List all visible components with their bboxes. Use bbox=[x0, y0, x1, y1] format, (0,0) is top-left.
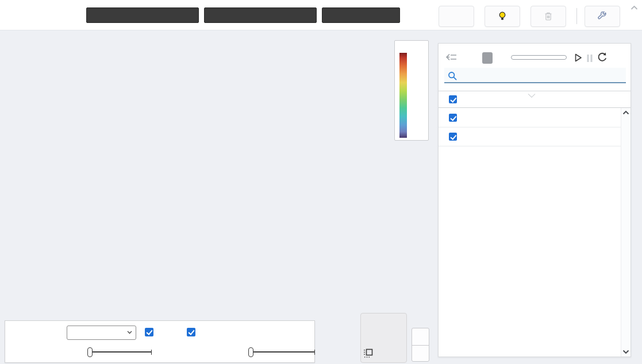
page-scroll-up-icon[interactable] bbox=[631, 2, 638, 13]
dbm-legend bbox=[394, 40, 429, 141]
row-checkbox[interactable] bbox=[449, 133, 457, 141]
legend-colorbar bbox=[399, 53, 407, 138]
power-limit-slider-handle[interactable] bbox=[87, 347, 93, 357]
fit-selection-button[interactable] bbox=[363, 348, 374, 360]
top-toolbar bbox=[0, 0, 642, 30]
pause-button[interactable] bbox=[587, 54, 593, 64]
apply-button[interactable] bbox=[585, 6, 620, 27]
table-row[interactable] bbox=[439, 127, 621, 146]
select-all-checkbox[interactable] bbox=[449, 95, 457, 103]
table-row[interactable] bbox=[439, 109, 621, 127]
floor-map-panel bbox=[438, 43, 631, 357]
power-limit-slider[interactable] bbox=[90, 347, 152, 357]
app-root: { "app": { "title": "Wireless Concierge"… bbox=[0, 0, 642, 364]
drawing-mode-select[interactable] bbox=[67, 326, 136, 340]
zoom-out-button[interactable] bbox=[412, 345, 429, 362]
clear-button[interactable] bbox=[530, 6, 566, 27]
toolbar-divider bbox=[576, 8, 577, 24]
header-notch bbox=[526, 90, 537, 100]
floor-maps-dropdown[interactable] bbox=[204, 7, 317, 23]
floors-count-badge bbox=[482, 52, 493, 64]
play-button[interactable] bbox=[575, 53, 582, 64]
collapse-arrow-icon bbox=[445, 53, 457, 61]
row-checkbox[interactable] bbox=[449, 114, 457, 122]
scroll-down-icon[interactable] bbox=[622, 350, 629, 354]
refresh-button[interactable] bbox=[597, 52, 608, 65]
radio-dropdown[interactable] bbox=[322, 7, 400, 23]
drawing-mode-select-wrap bbox=[67, 326, 136, 340]
drawing-controls-panel bbox=[5, 320, 315, 363]
group-dropdown[interactable] bbox=[86, 7, 199, 23]
lightbulb-icon bbox=[498, 11, 506, 21]
background-opacity-slider-handle[interactable] bbox=[248, 347, 253, 357]
wall-checkbox[interactable] bbox=[187, 328, 195, 336]
search-icon bbox=[448, 71, 457, 80]
background-opacity-slider[interactable] bbox=[251, 347, 315, 357]
zoom-in-button[interactable] bbox=[412, 328, 429, 345]
setting-button[interactable] bbox=[439, 6, 474, 27]
playback-progress-slider[interactable] bbox=[511, 55, 567, 60]
panel-scrollbar[interactable] bbox=[621, 108, 631, 357]
legend-checkbox[interactable] bbox=[145, 328, 153, 336]
select-area-icon bbox=[363, 348, 374, 358]
details-button[interactable] bbox=[445, 53, 460, 61]
wrench-icon bbox=[598, 11, 607, 21]
suggest-button[interactable] bbox=[485, 6, 520, 27]
trash-icon bbox=[544, 11, 552, 21]
search-floor-maps bbox=[444, 68, 626, 83]
view-navigation-pad bbox=[360, 313, 407, 363]
zoom-buttons bbox=[412, 328, 429, 362]
search-input[interactable] bbox=[462, 69, 622, 82]
scroll-up-icon[interactable] bbox=[622, 110, 629, 115]
